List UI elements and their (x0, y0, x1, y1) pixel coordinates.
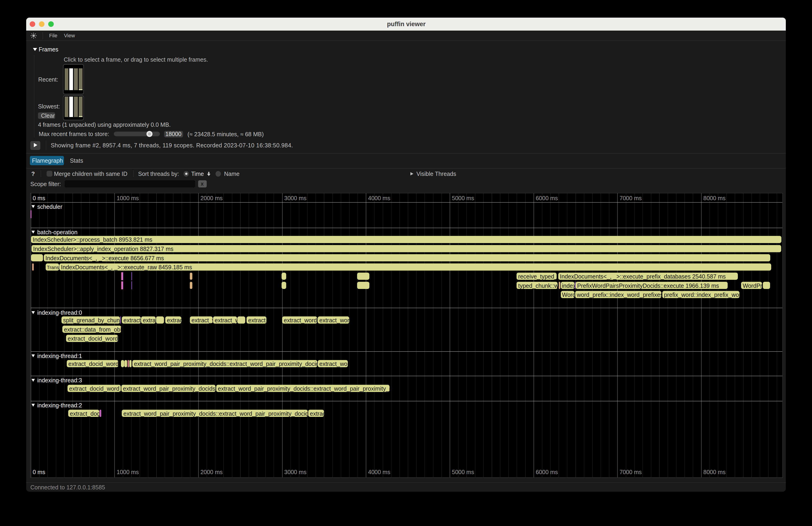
svg-text:batch-operation: batch-operation (37, 229, 78, 235)
svg-text:prefix_word::index_prefix_word: prefix_word::index_prefix_words (664, 292, 747, 298)
svg-text:extract_word_pair_proximity_do: extract_word_pair_proximity_docids::extr… (218, 385, 406, 392)
svg-text:IndexDocuments<_, _>::execute_: IndexDocuments<_, _>::execute_raw 8459.1… (61, 264, 192, 271)
svg-text:IndexScheduler>::process_batch: IndexScheduler>::process_batch 8953.821 … (33, 236, 152, 243)
svg-text:scheduler: scheduler (37, 203, 62, 210)
svg-text:3000 ms: 3000 ms (284, 195, 307, 201)
svg-text:0 ms: 0 ms (33, 195, 45, 201)
svg-text:indexing-thread:1: indexing-thread:1 (37, 353, 82, 359)
svg-text:extract_word_pair_proximity_do: extract_word_pair_proximity_docids::extr… (123, 410, 311, 417)
svg-text:2000 ms: 2000 ms (201, 195, 223, 201)
svg-text:0 ms: 0 ms (33, 469, 45, 475)
svg-text:1000 ms: 1000 ms (117, 195, 139, 201)
svg-text:1000 ms: 1000 ms (117, 469, 139, 475)
svg-text:IndexScheduler>::apply_index_o: IndexScheduler>::apply_index_operation 8… (33, 246, 173, 252)
svg-text:split_grenad_by_chunks: split_grenad_by_chunks (63, 317, 126, 323)
svg-text:IndexDocuments<_, _>::execute_: IndexDocuments<_, _>::execute_prefix_dat… (560, 273, 726, 280)
svg-text:Trans: Trans (47, 265, 59, 270)
svg-text:8000 ms: 8000 ms (703, 195, 726, 201)
svg-text:IndexDocuments<_, _>::execute: IndexDocuments<_, _>::execute 8656.677 m… (45, 255, 164, 261)
svg-text:6000 ms: 6000 ms (536, 469, 558, 475)
svg-text:PrefixWordPairsProximityDocids: PrefixWordPairsProximityDocids::execute … (577, 282, 719, 289)
svg-text:4000 ms: 4000 ms (368, 469, 390, 475)
svg-text:6000 ms: 6000 ms (536, 195, 558, 201)
svg-text:7000 ms: 7000 ms (620, 195, 642, 201)
svg-text:3000 ms: 3000 ms (284, 469, 307, 475)
svg-text:8000 ms: 8000 ms (703, 469, 726, 475)
svg-text:2000 ms: 2000 ms (201, 469, 223, 475)
svg-text:7000 ms: 7000 ms (620, 469, 642, 475)
svg-text:5000 ms: 5000 ms (452, 469, 474, 475)
svg-text:5000 ms: 5000 ms (452, 195, 474, 201)
svg-text:indexing-thread:3: indexing-thread:3 (37, 377, 82, 383)
svg-text:word_prefix::index_word_prefix: word_prefix::index_word_prefixes (577, 292, 663, 298)
svg-text:4000 ms: 4000 ms (368, 195, 390, 201)
svg-text:indexing-thread:0: indexing-thread:0 (37, 309, 82, 316)
svg-text:extract_word_pair_proximity_do: extract_word_pair_proximity_docids::extr… (134, 361, 322, 367)
svg-text:indexing-thread:2: indexing-thread:2 (37, 402, 82, 409)
